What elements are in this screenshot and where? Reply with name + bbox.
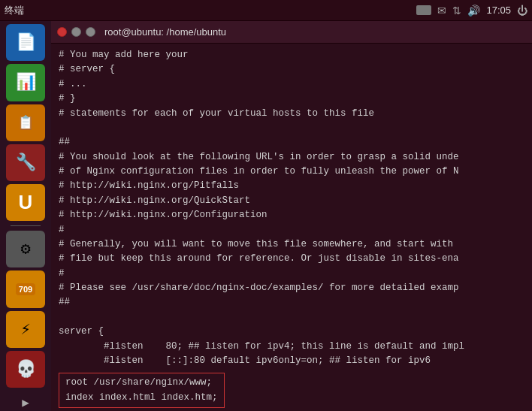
term-line: # You should look at the following URL's… (59, 150, 524, 165)
keyboard-icon (416, 5, 431, 15)
term-line: # ... (59, 77, 524, 92)
minimize-button[interactable] (71, 27, 81, 37)
sidebar: 📄 📊 📋 🔧 U ⚙ 709 ⚡ 💀 ▶ (0, 21, 51, 411)
mail-icon: ✉ (437, 5, 446, 17)
highlighted-code-block: root /usr/share/nginx/www; index index.h… (59, 373, 225, 408)
term-line: ## (59, 295, 524, 310)
power-icon: ⏻ (517, 5, 527, 17)
taskbar-right: ✉ ⇅ 🔊 17:05 ⏻ (416, 5, 527, 17)
maximize-button[interactable] (86, 27, 95, 37)
term-line: ## (59, 135, 524, 150)
term-line: # http://wiki.nginx.org/QuickStart (59, 194, 524, 208)
main-area: 📄 📊 📋 🔧 U ⚙ 709 ⚡ 💀 ▶ root@ubuntu: /home… (0, 21, 532, 411)
presentation-icon[interactable]: 📋 (6, 104, 45, 141)
term-line: # file but keep this around for referenc… (59, 252, 524, 266)
term-line: # statements for each of your virtual ho… (59, 107, 524, 121)
term-line: # Generally, you will want to move this … (59, 237, 524, 252)
terminal-content[interactable]: # You may add here your # server { # ...… (51, 44, 532, 411)
transfer-icon: ⇅ (452, 5, 461, 17)
ubuntu-icon[interactable]: U (6, 184, 45, 221)
terminal-window: root@ubuntu: /home/ubuntu # You may add … (51, 21, 532, 411)
close-button[interactable] (57, 27, 67, 37)
term-line: #listen [::]:80 default ipv6only=on; ## … (59, 354, 524, 368)
term-line (59, 310, 524, 325)
badge-icon[interactable]: 709 (6, 270, 45, 307)
taskbar: 终端 ✉ ⇅ 🔊 17:05 ⏻ (0, 0, 532, 21)
highlighted-line-2: index index.html index.htm; (65, 391, 218, 405)
term-line: # of Nginx configuration files in order … (59, 165, 524, 179)
spreadsheet-icon[interactable]: 📊 (6, 64, 45, 101)
term-line: server { (59, 325, 524, 339)
files-icon[interactable]: 📄 (6, 24, 45, 61)
highlighted-line-1: root /usr/share/nginx/www; (65, 376, 218, 390)
term-line: # (59, 267, 524, 281)
danger-icon[interactable]: 💀 (6, 351, 45, 388)
term-line: # http://wiki.nginx.org/Pitfalls (59, 179, 524, 193)
gear-icon[interactable]: ⚙ (6, 231, 45, 267)
term-line: # } (59, 92, 524, 106)
term-line: # (59, 223, 524, 237)
sidebar-divider (11, 225, 41, 226)
tools-icon[interactable]: 🔧 (6, 144, 45, 181)
volume-icon: 🔊 (467, 5, 480, 17)
term-line: # http://wiki.nginx.org/Configuration (59, 208, 524, 222)
sidebar-arrow[interactable]: ▶ (0, 394, 51, 411)
badge-number: 709 (16, 283, 35, 295)
taskbar-left: 终端 (5, 4, 24, 17)
term-line: # server { (59, 62, 524, 77)
term-line: #listen 80; ## listen for ipv4; this lin… (59, 340, 524, 354)
taskbar-terminal-label: 终端 (5, 4, 24, 17)
term-line: # Please see /usr/share/doc/nginx-doc/ex… (59, 281, 524, 295)
clock: 17:05 (486, 5, 511, 16)
term-line: # You may add here your (59, 48, 524, 62)
terminal-title: root@ubuntu: /home/ubuntu (104, 26, 226, 38)
alert-icon[interactable]: ⚡ (6, 311, 45, 348)
terminal-titlebar: root@ubuntu: /home/ubuntu (51, 21, 532, 44)
term-line (59, 121, 524, 135)
